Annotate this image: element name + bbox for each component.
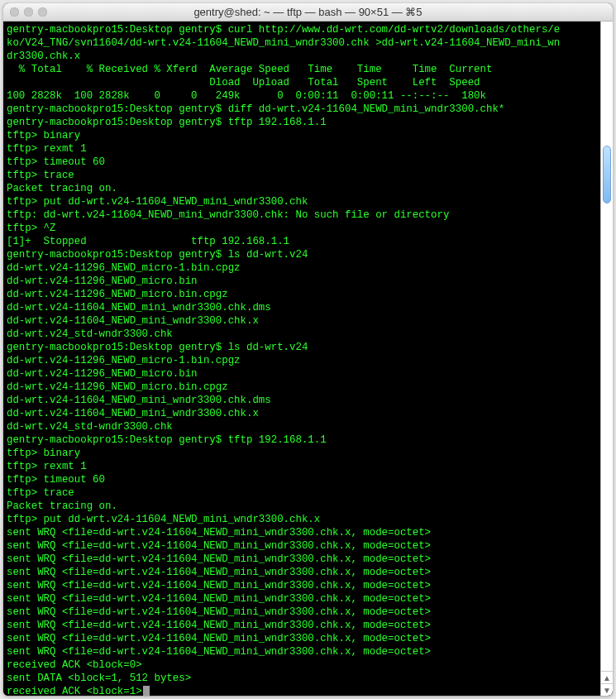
terminal-line: tftp> put dd-wrt.v24-11604_NEWD_mini_wnd… (7, 195, 609, 208)
terminal-line: gentry-macbookpro15:Desktop gentry$ ls d… (7, 248, 609, 261)
terminal-line: dd-wrt.v24-11604_NEWD_mini_wndr3300.chk.… (7, 301, 609, 314)
window-controls (10, 7, 47, 17)
terminal-line: 100 2828k 100 2828k 0 0 249k 0 0:00:11 0… (7, 89, 609, 103)
terminal-window: gentry@shed: ~ — tftp — bash — 90×51 — ⌘… (3, 3, 613, 696)
terminal-line: dd-wrt.v24-11296_NEWD_micro.bin.cpgz (7, 381, 609, 394)
zoom-icon[interactable] (38, 7, 47, 17)
terminal-line: dd-wrt.v24_std-wndr3300.chk (7, 420, 609, 433)
terminal-line: gentry-macbookpro15:Desktop gentry$ tftp… (7, 433, 609, 447)
terminal-line: tftp> trace (7, 486, 609, 500)
scrollbar-thumb[interactable] (603, 146, 611, 203)
terminal-line: Packet tracing on. (7, 182, 609, 195)
terminal-line: dd-wrt.v24-11296_NEWD_micro-1.bin.cpgz (7, 261, 609, 275)
terminal-line: dd-wrt.v24-11296_NEWD_micro.bin (7, 275, 609, 288)
terminal-line: gentry-macbookpro15:Desktop gentry$ ls d… (7, 341, 609, 354)
terminal-line: gentry-macbookpro15:Desktop gentry$ tftp… (7, 116, 609, 129)
terminal-line: Packet tracing on. (7, 500, 609, 513)
terminal-line: tftp> trace (7, 169, 609, 182)
terminal-line: dd-wrt.v24-11296_NEWD_micro.bin.cpgz (7, 288, 609, 301)
terminal-line: sent WRQ <file=dd-wrt.v24-11604_NEWD_min… (7, 619, 609, 632)
terminal-line: tftp> put dd-wrt.v24-11604_NEWD_mini_wnd… (7, 513, 609, 526)
terminal-line: % Total % Received % Xferd Average Speed… (7, 63, 609, 76)
terminal-line: tftp> timeout 60 (7, 473, 609, 486)
terminal-line: dd-wrt.v24_std-wndr3300.chk (7, 328, 609, 341)
terminal-line: tftp: dd-wrt.v24-11604_NEWD_mini_wndr330… (7, 208, 609, 222)
terminal-line: sent WRQ <file=dd-wrt.v24-11604_NEWD_min… (7, 632, 609, 645)
terminal-line: dd-wrt.v24-11604_NEWD_mini_wndr3300.chk.… (7, 314, 609, 328)
terminal-line: dd-wrt.v24-11296_NEWD_micro.bin (7, 367, 609, 381)
terminal-line: tftp> rexmt 1 (7, 460, 609, 473)
terminal-line: dd-wrt.v24-11604_NEWD_mini_wndr3300.chk.… (7, 407, 609, 420)
terminal-line: sent WRQ <file=dd-wrt.v24-11604_NEWD_min… (7, 539, 609, 553)
terminal-line: sent WRQ <file=dd-wrt.v24-11604_NEWD_min… (7, 645, 609, 658)
terminal-line: tftp> rexmt 1 (7, 142, 609, 156)
terminal-line: gentry-macbookpro15:Desktop gentry$ diff… (7, 103, 609, 116)
terminal-line: sent WRQ <file=dd-wrt.v24-11604_NEWD_min… (7, 566, 609, 579)
terminal-line: [1]+ Stopped tftp 192.168.1.1 (7, 235, 609, 248)
terminal-line: tftp> timeout 60 (7, 156, 609, 169)
terminal-line: tftp> binary (7, 447, 609, 460)
terminal-line: sent DATA <block=1, 512 bytes> (7, 672, 609, 685)
window-title: gentry@shed: ~ — tftp — bash — 90×51 — ⌘… (3, 6, 613, 18)
terminal-line: received ACK <block=0> (7, 658, 609, 672)
terminal-line: dd-wrt.v24-11604_NEWD_mini_wndr3300.chk.… (7, 394, 609, 407)
terminal-line: tftp> binary (7, 129, 609, 142)
scroll-up-icon[interactable]: ▲ (601, 671, 613, 683)
terminal-line: dd-wrt.v24-11296_NEWD_micro-1.bin.cpgz (7, 354, 609, 367)
cursor (143, 686, 150, 696)
close-icon[interactable] (10, 7, 19, 17)
terminal-line: sent WRQ <file=dd-wrt.v24-11604_NEWD_min… (7, 579, 609, 592)
minimize-icon[interactable] (24, 7, 33, 17)
scrollbar[interactable]: ▲ ▼ (600, 22, 613, 696)
terminal-line: sent WRQ <file=dd-wrt.v24-11604_NEWD_min… (7, 606, 609, 619)
terminal-line: Dload Upload Total Spent Left Speed (7, 76, 609, 89)
terminal-line: ko/V24_TNG/svn11604/dd-wrt.v24-11604_NEW… (7, 36, 609, 50)
terminal-line: sent WRQ <file=dd-wrt.v24-11604_NEWD_min… (7, 526, 609, 539)
terminal-line: gentry-macbookpro15:Desktop gentry$ curl… (7, 23, 609, 36)
scroll-down-icon[interactable]: ▼ (601, 683, 613, 696)
terminal-line: dr3300.chk.x (7, 50, 609, 63)
terminal-content[interactable]: gentry-macbookpro15:Desktop gentry$ curl… (3, 22, 613, 696)
terminal-line: sent WRQ <file=dd-wrt.v24-11604_NEWD_min… (7, 553, 609, 566)
titlebar[interactable]: gentry@shed: ~ — tftp — bash — 90×51 — ⌘… (3, 3, 613, 22)
terminal-line: received ACK <block=1> (7, 685, 609, 696)
terminal-line: tftp> ^Z (7, 222, 609, 235)
terminal-line: sent WRQ <file=dd-wrt.v24-11604_NEWD_min… (7, 592, 609, 606)
